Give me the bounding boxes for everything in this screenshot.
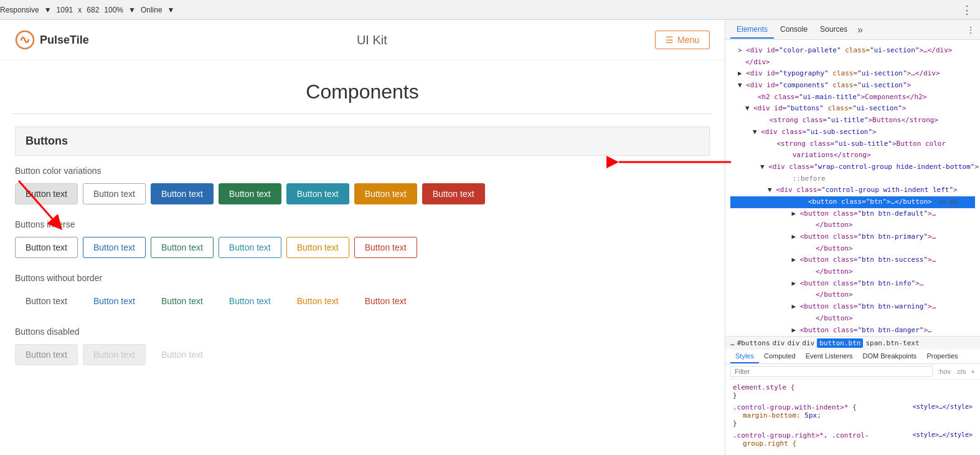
btn-success[interactable]: Button text <box>219 183 281 204</box>
dom-line-btn-primary-close[interactable]: </button> <box>730 243 975 255</box>
filter-hint-cls[interactable]: .cls <box>956 368 966 375</box>
btn-row-disabled: Button text Button text Button text <box>15 344 710 365</box>
zoom-label[interactable]: 100% <box>104 6 123 14</box>
dom-line-control-group-open[interactable]: ▼ <div class="control-group with-indent … <box>730 184 975 196</box>
dom-line-btn-success-close[interactable]: </button> <box>730 266 975 278</box>
breadcrumb-bar: … #buttons div div div button.btn span.b… <box>725 336 980 350</box>
tab-console[interactable]: Console <box>774 21 814 39</box>
devtools-settings-icon[interactable]: ⋮ <box>966 25 975 35</box>
online-label[interactable]: Online <box>141 6 163 14</box>
dom-line-btn-default[interactable]: ▶ <button class="btn btn-default">… <box>730 208 975 220</box>
btn-info[interactable]: Button text <box>286 183 349 204</box>
dom-line-color-pallete[interactable]: > <div id="color-pallete" class="ui-sect… <box>730 45 975 57</box>
tab-elements[interactable]: Elements <box>730 21 774 39</box>
style-val-margin: 5px <box>804 411 817 419</box>
dom-line-strong-subtitle[interactable]: <strong class="ui-sub-title">Button colo… <box>730 138 975 150</box>
style-rule-control-right: .control-group.right>*, .control- <style… <box>733 431 973 448</box>
sub-section-no-border: Buttons without border Button text Butto… <box>15 273 710 312</box>
dom-line-btn-warning[interactable]: ▶ <button class="btn btn-warning">… <box>730 301 975 313</box>
dom-line-btn-success[interactable]: ▶ <button class="btn btn-success">… <box>730 254 975 266</box>
bc-div3[interactable]: div <box>802 339 814 347</box>
main-layout: PulseTile UI Kit ☰ Menu Components Butto… <box>0 20 980 455</box>
btn-inv-info[interactable]: Button text <box>219 237 281 258</box>
style-tab-event-listeners[interactable]: Event Listeners <box>801 350 858 363</box>
bc-div2[interactable]: div <box>787 339 799 347</box>
style-rules: element.style { } .control-group.with-in… <box>725 380 980 455</box>
online-arrow: ▼ <box>167 6 175 14</box>
filter-hint-plus[interactable]: + <box>971 368 975 375</box>
dom-line-strong-buttons[interactable]: <strong class="ui-title">Buttons</strong… <box>730 115 975 127</box>
dom-line-btn-info[interactable]: ▶ <button class="btn btn-info">… <box>730 278 975 290</box>
bc-buttons[interactable]: #buttons <box>737 339 770 347</box>
filter-bar: :hov .cls + <box>725 364 980 380</box>
menu-button[interactable]: ☰ Menu <box>655 31 710 49</box>
dom-line-btn-warning-close[interactable]: </button> <box>730 313 975 325</box>
style-source-control-right[interactable]: <style>…</style> <box>913 431 973 438</box>
responsive-arrow: ▼ <box>44 6 52 14</box>
dom-line-h2[interactable]: <h2 class="ui-main-title">Components</h2… <box>730 92 975 103</box>
tab-sources[interactable]: Sources <box>814 21 854 39</box>
browser-more-icon[interactable]: ⋮ <box>961 3 980 17</box>
bc-div1[interactable]: div <box>773 339 785 347</box>
tab-more-icon[interactable]: » <box>854 23 867 37</box>
btn-danger[interactable]: Button text <box>422 183 485 204</box>
dom-line-btn-info-close[interactable]: </button> <box>730 289 975 301</box>
sub-title-color-variations: Button color variations <box>15 166 710 176</box>
style-source-control-group[interactable]: <style>…</style> <box>913 403 973 410</box>
dom-line-wrap-open[interactable]: ▼ <div class="wrap-control-group hide-in… <box>730 161 975 173</box>
btn-secondary[interactable]: Button text <box>83 183 146 204</box>
dom-line-buttons-open[interactable]: ▼ <div id="buttons" class="ui-section"> <box>730 103 975 115</box>
bc-btn[interactable]: button.btn <box>817 338 863 348</box>
style-tab-dom-breakpoints[interactable]: DOM Breakpoints <box>858 350 922 363</box>
dom-line-btn-selected[interactable]: <button class="btn">…</button> == $0 <box>730 196 975 208</box>
dom-line-sub-section-open[interactable]: ▼ <div class="ui-sub-section"> <box>730 127 975 138</box>
btn-row-color-variations: Button text Button text Button text Butt… <box>15 183 710 204</box>
section-content: Buttons Button color variations Button t… <box>0 114 725 393</box>
bc-span[interactable]: span.btn-text <box>865 339 919 347</box>
btn-row-no-border: Button text Button text Button text Butt… <box>15 290 710 312</box>
style-tab-styles[interactable]: Styles <box>730 350 759 363</box>
btn-nb-warning[interactable]: Button text <box>286 290 349 312</box>
dom-line-components-open[interactable]: ▼ <div id="components" class="ui-section… <box>730 80 975 92</box>
ui-header: PulseTile UI Kit ☰ Menu <box>0 20 725 60</box>
style-tab-computed[interactable]: Computed <box>759 350 801 363</box>
btn-inv-primary[interactable]: Button text <box>83 237 146 258</box>
btn-nb-info[interactable]: Button text <box>219 290 281 312</box>
btn-dis-text: Button text <box>151 344 214 365</box>
dom-line-btn-danger[interactable]: ▶ <button class="btn btn-danger">… <box>730 325 975 337</box>
btn-dis-filled: Button text <box>15 344 78 365</box>
btn-inv-warning[interactable]: Button text <box>286 237 349 258</box>
filter-hint-hov[interactable]: :hov <box>938 368 951 375</box>
dom-line-before[interactable]: ::before <box>730 173 975 185</box>
dom-line-typography[interactable]: ▶ <div id="typography" class="ui-section… <box>730 68 975 80</box>
style-tab-properties[interactable]: Properties <box>921 350 963 363</box>
btn-nb-primary[interactable]: Button text <box>83 290 146 312</box>
sub-title-disabled: Buttons disabled <box>15 327 710 337</box>
dom-line-subtitle-text[interactable]: variations</strong> <box>730 150 975 161</box>
bc-dots[interactable]: … <box>730 339 735 347</box>
style-selector-control-group: .control-group.with-indent>* { <box>733 403 857 411</box>
btn-nb-default[interactable]: Button text <box>15 290 78 312</box>
btn-inv-danger[interactable]: Button text <box>354 237 417 258</box>
btn-primary[interactable]: Button text <box>151 183 214 204</box>
sub-section-disabled: Buttons disabled Button text Button text… <box>15 327 710 365</box>
btn-dis-secondary: Button text <box>83 344 146 365</box>
btn-nb-danger[interactable]: Button text <box>354 290 417 312</box>
dom-line-close-div1[interactable]: </div> <box>730 57 975 69</box>
btn-nb-success[interactable]: Button text <box>151 290 214 312</box>
btn-default[interactable]: Button text <box>15 183 78 204</box>
btn-inv-success[interactable]: Button text <box>151 237 214 258</box>
dom-line-btn-default-close[interactable]: </button> <box>730 219 975 231</box>
ui-pane: PulseTile UI Kit ☰ Menu Components Butto… <box>0 20 725 455</box>
style-rule-control-group: .control-group.with-indent>* { <style>…<… <box>733 403 973 428</box>
btn-inv-default[interactable]: Button text <box>15 237 78 258</box>
height-value: 682 <box>87 6 99 14</box>
dom-tree: > <div id="color-pallete" class="ui-sect… <box>725 42 980 336</box>
btn-warning[interactable]: Button text <box>354 183 417 204</box>
dom-line-btn-primary[interactable]: ▶ <button class="btn btn-primary">… <box>730 231 975 243</box>
responsive-label[interactable]: Responsive <box>0 6 39 14</box>
style-filter-input[interactable] <box>730 366 933 377</box>
buttons-section-header: Buttons <box>15 127 710 156</box>
style-close-element: } <box>733 391 737 400</box>
dom-tree-container[interactable]: > <div id="color-pallete" class="ui-sect… <box>725 40 980 336</box>
